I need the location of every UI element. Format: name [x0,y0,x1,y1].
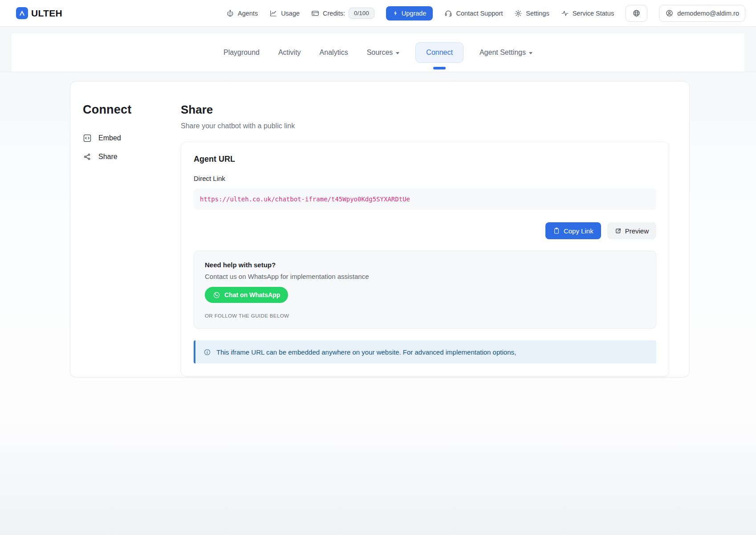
lightning-icon [393,10,398,16]
whatsapp-icon [213,291,220,299]
usage-chart-icon [269,9,277,17]
tab-agent-settings-label: Agent Settings [480,49,526,57]
logo-text: ULTEH [31,8,62,19]
nav-settings-label: Settings [526,10,549,17]
page-title: Share [181,103,677,117]
nav-settings[interactable]: Settings [514,9,549,17]
credits-indicator: Credits: 0/100 [311,8,374,19]
whatsapp-button-label: Chat on WhatsApp [224,291,280,298]
nav-usage[interactable]: Usage [269,9,300,17]
share-nodes-icon [83,152,92,161]
sidebar-item-share[interactable]: Share [83,152,181,161]
agent-url-panel: Agent URL Direct Link https://ulteh.co.u… [181,142,669,376]
nav-service-status[interactable]: Service Status [561,9,614,17]
help-box: Need help with setup? Contact us on What… [194,251,656,329]
agent-url-title: Agent URL [194,155,656,164]
agent-url-box[interactable]: https://ulteh.co.uk/chatbot-iframe/t45Wp… [194,188,656,210]
help-title: Need help with setup? [205,261,645,269]
language-button[interactable] [626,5,647,22]
guide-note: OR FOLLOW THE GUIDE BELOW [205,313,645,319]
copy-link-button[interactable]: Copy Link [545,222,601,239]
tab-playground-label: Playground [224,49,260,57]
preview-label: Preview [625,227,649,235]
tab-connect-label: Connect [426,49,453,57]
iframe-info-text: This iframe URL can be embedded anywhere… [216,348,516,356]
direct-link-label: Direct Link [194,175,656,182]
help-subtitle: Contact us on WhatsApp for implementatio… [205,273,645,280]
tab-playground[interactable]: Playground [221,43,262,62]
sidebar-nav: Embed Share [83,134,181,161]
robot-icon [226,9,234,17]
nav-contact-support[interactable]: Contact Support [444,9,503,17]
info-icon [203,348,211,356]
page: ULTEH Agents Usage [0,0,756,535]
top-navbar: ULTEH Agents Usage [0,0,756,27]
tab-connect[interactable]: Connect [415,42,463,63]
connect-sidebar: Connect Embed [83,103,181,377]
activity-pulse-icon [561,9,569,17]
copy-link-label: Copy Link [564,227,593,235]
gear-icon [514,9,522,17]
person-circle-icon [665,9,674,17]
page-subtitle: Share your chatbot with a public link [181,122,677,130]
tab-agent-settings[interactable]: Agent Settings [477,43,535,62]
headset-icon [444,9,452,17]
logo[interactable]: ULTEH [16,7,62,19]
nav-service-status-label: Service Status [573,10,614,17]
tab-analytics[interactable]: Analytics [317,43,351,62]
sidebar-item-embed-label: Embed [98,134,121,142]
chevron-down-icon [529,52,532,54]
tab-sources-label: Sources [367,49,393,57]
user-account-button[interactable]: demodemo@aldim.ro [659,5,745,22]
sidebar-item-share-label: Share [98,153,118,161]
user-email: demodemo@aldim.ro [677,10,739,17]
tab-activity[interactable]: Activity [276,43,304,62]
nav-agents-label: Agents [238,10,258,17]
share-section: Share Share your chatbot with a public l… [181,103,677,377]
code-square-icon [83,134,92,143]
iframe-info-alert: This iframe URL can be embedded anywhere… [194,340,656,363]
clipboard-icon [553,227,560,234]
sidebar-item-embed[interactable]: Embed [83,134,181,143]
nav-contact-support-label: Contact Support [456,10,503,17]
whatsapp-button[interactable]: Chat on WhatsApp [205,287,288,303]
tab-band: Playground Activity Analytics Sources Co… [0,27,756,72]
tab-strip: Playground Activity Analytics Sources Co… [12,33,744,72]
nav-agents[interactable]: Agents [226,9,258,17]
logo-mark-icon [16,7,28,19]
topnav-menu: Agents Usage Credits: 0/100 [226,5,745,22]
connect-card: Connect Embed [70,81,690,377]
globe-icon [632,9,641,17]
credits-label: Credits: [323,10,345,17]
preview-button[interactable]: Preview [607,222,656,239]
chevron-down-icon [396,52,399,54]
tab-activity-label: Activity [278,49,301,57]
sidebar-title: Connect [83,103,181,117]
url-actions: Copy Link Preview [194,222,656,239]
credits-value-badge: 0/100 [349,8,374,19]
tab-analytics-label: Analytics [320,49,348,57]
external-link-icon [615,228,622,234]
tab-sources[interactable]: Sources [364,43,402,62]
agent-url-value: https://ulteh.co.uk/chatbot-iframe/t45Wp… [200,196,410,203]
upgrade-label: Upgrade [402,10,427,17]
nav-usage-label: Usage [281,10,300,17]
credit-card-icon [311,9,319,17]
upgrade-button[interactable]: Upgrade [386,6,433,20]
